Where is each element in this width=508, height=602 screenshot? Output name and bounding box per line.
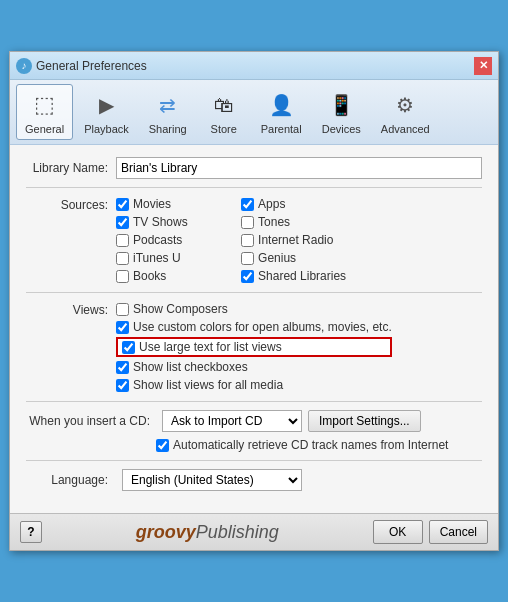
showcomposers-checkbox[interactable] xyxy=(116,303,129,316)
devices-icon xyxy=(325,89,357,121)
podcasts-label[interactable]: Podcasts xyxy=(133,233,182,247)
books-label[interactable]: Books xyxy=(133,269,166,283)
cd-label: When you insert a CD: xyxy=(26,414,156,428)
toolbar-btn-parental[interactable]: Parental xyxy=(252,84,311,140)
toolbar-label-devices: Devices xyxy=(322,123,361,135)
list-item: Movies xyxy=(116,196,221,212)
titlebar: ♪ General Preferences ✕ xyxy=(10,52,498,80)
sources-grid: Movies Apps TV Shows Tones Podcasts xyxy=(116,196,346,284)
toolbar-label-playback: Playback xyxy=(84,123,129,135)
listviewsmedia-checkbox[interactable] xyxy=(116,379,129,392)
toolbar-label-store: Store xyxy=(211,123,237,135)
views-label: Views: xyxy=(26,301,116,317)
toolbar-label-general: General xyxy=(25,123,64,135)
toolbar-btn-sharing[interactable]: Sharing xyxy=(140,84,196,140)
list-item: Shared Libraries xyxy=(241,268,346,284)
language-dropdown[interactable]: English (United States) English (UK) Fre… xyxy=(122,469,302,491)
auto-retrieve-row: Automatically retrieve CD track names fr… xyxy=(26,438,482,452)
toolbar-btn-general[interactable]: General xyxy=(16,84,73,140)
toolbar-label-parental: Parental xyxy=(261,123,302,135)
footer: ? groovyPublishing OK Cancel xyxy=(10,513,498,550)
list-item: Genius xyxy=(241,250,346,266)
apps-checkbox[interactable] xyxy=(241,198,254,211)
language-section: Language: English (United States) Englis… xyxy=(26,469,482,491)
sharedlibs-label[interactable]: Shared Libraries xyxy=(258,269,346,283)
library-name-input[interactable] xyxy=(116,157,482,179)
import-settings-button[interactable]: Import Settings... xyxy=(308,410,421,432)
brand-text: groovyPublishing xyxy=(50,522,365,543)
cd-dropdown[interactable]: Ask to Import CD Import CD Import CD and… xyxy=(162,410,302,432)
toolbar: General Playback Sharing Store Parental … xyxy=(10,80,498,145)
toolbar-label-sharing: Sharing xyxy=(149,123,187,135)
toolbar-btn-devices[interactable]: Devices xyxy=(313,84,370,140)
library-name-row: Library Name: xyxy=(26,157,482,179)
movies-label[interactable]: Movies xyxy=(133,197,171,211)
itunesu-checkbox[interactable] xyxy=(116,252,129,265)
cancel-button[interactable]: Cancel xyxy=(429,520,488,544)
close-button[interactable]: ✕ xyxy=(474,57,492,75)
window-title: General Preferences xyxy=(36,59,147,73)
sources-section: Sources: Movies Apps TV Shows Tones xyxy=(26,196,482,284)
tvshows-checkbox[interactable] xyxy=(116,216,129,229)
views-list: Show Composers Use custom colors for ope… xyxy=(116,301,392,393)
list-item: Show list views for all media xyxy=(116,377,392,393)
advanced-icon xyxy=(389,89,421,121)
divider-1 xyxy=(26,187,482,188)
list-item: Show Composers xyxy=(116,301,392,317)
list-item: Use custom colors for open albums, movie… xyxy=(116,319,392,335)
list-item: iTunes U xyxy=(116,250,221,266)
titlebar-left: ♪ General Preferences xyxy=(16,58,147,74)
autoretrieve-checkbox[interactable] xyxy=(156,439,169,452)
playback-icon xyxy=(90,89,122,121)
tones-label[interactable]: Tones xyxy=(258,215,290,229)
showcomposers-label[interactable]: Show Composers xyxy=(133,302,228,316)
internetradio-label[interactable]: Internet Radio xyxy=(258,233,333,247)
genius-checkbox[interactable] xyxy=(241,252,254,265)
largetext-checkbox[interactable] xyxy=(122,341,135,354)
listcheckboxes-label[interactable]: Show list checkboxes xyxy=(133,360,248,374)
movies-checkbox[interactable] xyxy=(116,198,129,211)
divider-4 xyxy=(26,460,482,461)
toolbar-btn-store[interactable]: Store xyxy=(198,84,250,140)
customcolors-checkbox[interactable] xyxy=(116,321,129,334)
listviewsmedia-label[interactable]: Show list views for all media xyxy=(133,378,283,392)
general-icon xyxy=(29,89,61,121)
store-icon xyxy=(208,89,240,121)
toolbar-label-advanced: Advanced xyxy=(381,123,430,135)
listcheckboxes-checkbox[interactable] xyxy=(116,361,129,374)
ok-button[interactable]: OK xyxy=(373,520,423,544)
autoretrieve-label[interactable]: Automatically retrieve CD track names fr… xyxy=(173,438,448,452)
divider-3 xyxy=(26,401,482,402)
apps-label[interactable]: Apps xyxy=(258,197,285,211)
help-button[interactable]: ? xyxy=(20,521,42,543)
customcolors-label[interactable]: Use custom colors for open albums, movie… xyxy=(133,320,392,334)
toolbar-btn-playback[interactable]: Playback xyxy=(75,84,138,140)
list-item: TV Shows xyxy=(116,214,221,230)
footer-buttons: OK Cancel xyxy=(373,520,488,544)
groovy-text: groovy xyxy=(136,522,196,542)
library-name-label: Library Name: xyxy=(26,161,116,175)
divider-2 xyxy=(26,292,482,293)
sources-label: Sources: xyxy=(26,196,116,212)
podcasts-checkbox[interactable] xyxy=(116,234,129,247)
cd-section: When you insert a CD: Ask to Import CD I… xyxy=(26,410,482,432)
sharedlibs-checkbox[interactable] xyxy=(241,270,254,283)
genius-label[interactable]: Genius xyxy=(258,251,296,265)
views-section: Views: Show Composers Use custom colors … xyxy=(26,301,482,393)
tvshows-label[interactable]: TV Shows xyxy=(133,215,188,229)
parental-icon xyxy=(265,89,297,121)
content-area: Library Name: Sources: Movies Apps TV Sh… xyxy=(10,145,498,513)
toolbar-btn-advanced[interactable]: Advanced xyxy=(372,84,439,140)
itunesu-label[interactable]: iTunes U xyxy=(133,251,181,265)
internetradio-checkbox[interactable] xyxy=(241,234,254,247)
list-item: Books xyxy=(116,268,221,284)
list-item: Podcasts xyxy=(116,232,221,248)
main-window: ♪ General Preferences ✕ General Playback… xyxy=(9,51,499,551)
large-text-row: Use large text for list views xyxy=(116,337,392,357)
language-label: Language: xyxy=(26,473,116,487)
list-item: Show list checkboxes xyxy=(116,359,392,375)
app-icon: ♪ xyxy=(16,58,32,74)
largetext-label[interactable]: Use large text for list views xyxy=(139,340,282,354)
tones-checkbox[interactable] xyxy=(241,216,254,229)
books-checkbox[interactable] xyxy=(116,270,129,283)
